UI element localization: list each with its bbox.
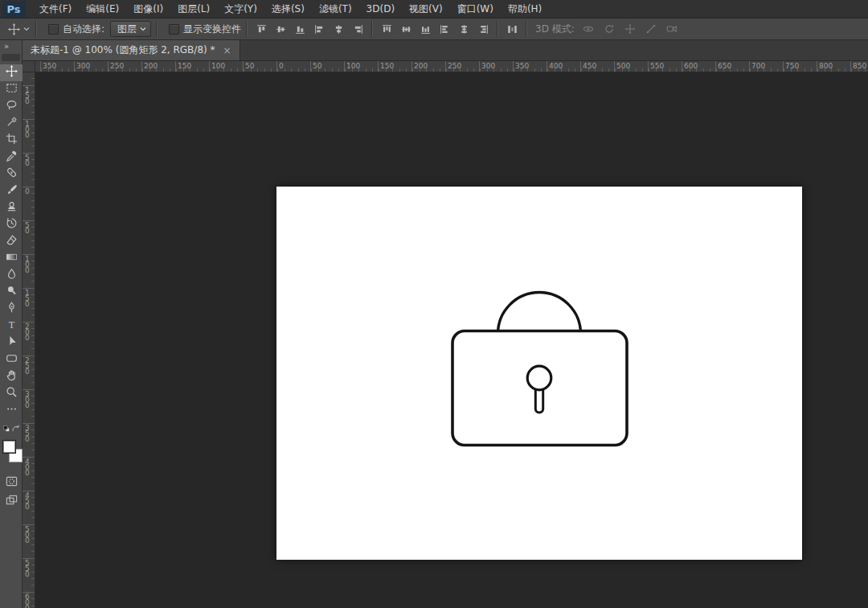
align-bottom-icon[interactable]: [291, 20, 309, 38]
svg-text:T: T: [8, 319, 14, 331]
ruler-label: 150: [178, 62, 191, 70]
rounded-rectangle-tool[interactable]: [0, 351, 23, 368]
eraser-tool[interactable]: [0, 233, 23, 250]
crop-tool[interactable]: [0, 132, 23, 149]
dodge-icon: [6, 285, 18, 300]
swap-colors-icon[interactable]: [11, 421, 20, 437]
distribute-left-icon[interactable]: [436, 20, 453, 38]
auto-select-label: 自动选择:: [63, 23, 104, 36]
ruler-label: 300: [76, 62, 90, 70]
brush-tool[interactable]: [0, 183, 23, 199]
horizontal-ruler[interactable]: 3503002502001501005005010015020025030035…: [35, 61, 868, 72]
menu-item-8[interactable]: 视图(V): [402, 0, 450, 18]
distribute-top-icon[interactable]: [378, 20, 395, 38]
ruler-tick: [243, 61, 244, 72]
ruler-label: 300: [481, 62, 495, 70]
ruler-label: 500: [616, 62, 630, 70]
gradient-tool[interactable]: [0, 250, 23, 267]
ruler-label: 1 5 0: [25, 88, 30, 105]
distribute-horizontal-centers-icon[interactable]: [455, 20, 473, 38]
ruler-label: 5 5 0: [25, 561, 30, 577]
auto-select-checkbox[interactable]: [48, 24, 59, 35]
spot-healing-brush-tool[interactable]: [0, 166, 23, 183]
gradient-icon: [6, 251, 18, 266]
type-icon: T: [6, 318, 18, 334]
3d-pan-icon[interactable]: [621, 20, 639, 38]
pasteboard[interactable]: [35, 72, 868, 608]
rectangular-marquee-tool[interactable]: [0, 81, 23, 98]
wand-icon: [6, 116, 18, 131]
3d-roll-icon[interactable]: [600, 20, 618, 38]
menu-item-0[interactable]: 文件(F): [32, 0, 79, 18]
vertical-ruler[interactable]: 1 5 01 0 05 005 01 0 01 5 02 0 02 5 03 0…: [23, 72, 35, 608]
move-tool[interactable]: [0, 64, 23, 81]
distribute-right-icon[interactable]: [474, 20, 492, 38]
menu-item-5[interactable]: 选择(S): [264, 0, 312, 18]
panel-grip[interactable]: [2, 54, 20, 61]
ruler-origin-corner[interactable]: [23, 61, 35, 72]
align-horizontal-centers-icon[interactable]: [330, 20, 347, 38]
screen-mode-button[interactable]: [0, 492, 23, 511]
eyedropper-tool[interactable]: [0, 149, 23, 166]
distribute-bottom-icon[interactable]: [416, 20, 434, 38]
ruler-label: 2 0 0: [25, 324, 30, 341]
menu-item-6[interactable]: 滤镜(T): [312, 0, 359, 18]
distribute-spacing-icon[interactable]: [503, 20, 521, 38]
3d-mode-label: 3D 模式:: [535, 23, 575, 36]
ruler-label: 6 0 0: [25, 594, 30, 608]
separator: [156, 21, 158, 37]
align-top-icon[interactable]: [252, 20, 270, 38]
dodge-tool[interactable]: [0, 284, 23, 301]
separator: [526, 21, 527, 37]
clone-stamp-tool[interactable]: [0, 199, 23, 216]
ruler-label: 100: [346, 62, 360, 70]
ruler-label: 150: [380, 62, 394, 70]
menu-item-1[interactable]: 编辑(E): [79, 0, 126, 18]
magic-wand-tool[interactable]: [0, 115, 23, 132]
ruler-label: 200: [144, 62, 158, 70]
tool-list: T: [0, 64, 22, 419]
auto-select-dropdown[interactable]: 图层: [110, 21, 151, 37]
pen-tool[interactable]: [0, 301, 23, 318]
menu-item-2[interactable]: 图像(I): [126, 0, 170, 18]
3d-camera-icon[interactable]: [663, 20, 681, 38]
lasso-tool[interactable]: [0, 98, 23, 115]
ruler-label: 250: [110, 62, 124, 70]
ruler-label: 850: [853, 62, 866, 70]
menu-item-7[interactable]: 3D(D): [359, 0, 402, 18]
document-canvas[interactable]: [276, 187, 802, 560]
type-tool[interactable]: T: [0, 318, 23, 335]
edit-toolbar[interactable]: [0, 402, 23, 419]
path-selection-tool[interactable]: [0, 335, 23, 351]
3d-orbit-icon[interactable]: [579, 20, 597, 38]
close-icon[interactable]: ×: [223, 45, 231, 56]
menu-item-10[interactable]: 帮助(H): [501, 0, 549, 18]
ruler-tick: [378, 61, 379, 72]
zoom-tool[interactable]: [0, 385, 23, 402]
history-icon: [6, 217, 18, 232]
history-brush-tool[interactable]: [0, 216, 23, 233]
ruler-tick: [141, 61, 142, 72]
quick-mask-button[interactable]: [0, 473, 23, 492]
document-tab[interactable]: 未标题-1 @ 100% (圆角矩形 2, RGB/8) * ×: [23, 40, 240, 60]
3d-slide-icon[interactable]: [642, 20, 660, 38]
hand-tool[interactable]: [0, 368, 23, 385]
chevron-down-icon[interactable]: [23, 20, 31, 38]
blur-tool[interactable]: [0, 267, 23, 284]
foreground-color-swatch[interactable]: [2, 440, 16, 454]
align-vertical-centers-icon[interactable]: [272, 20, 289, 38]
photoshop-window: Ps 文件(F)编辑(E)图像(I)图层(L)文字(Y)选择(S)滤镜(T)3D…: [0, 0, 868, 608]
move-icon: [6, 65, 18, 80]
menu-item-4[interactable]: 文字(Y): [217, 0, 264, 18]
pen-icon: [6, 302, 18, 317]
menu-item-9[interactable]: 窗口(W): [450, 0, 501, 18]
align-left-icon[interactable]: [310, 20, 328, 38]
align-right-icon[interactable]: [349, 20, 366, 38]
show-transform-checkbox[interactable]: [169, 24, 179, 35]
default-colors-icon[interactable]: [3, 421, 11, 437]
collapse-panel-icon[interactable]: »: [0, 40, 22, 51]
distribute-vertical-centers-icon[interactable]: [397, 20, 415, 38]
ruler-label: 50: [245, 62, 254, 70]
move-icon[interactable]: [5, 20, 23, 38]
menu-item-3[interactable]: 图层(L): [170, 0, 217, 18]
